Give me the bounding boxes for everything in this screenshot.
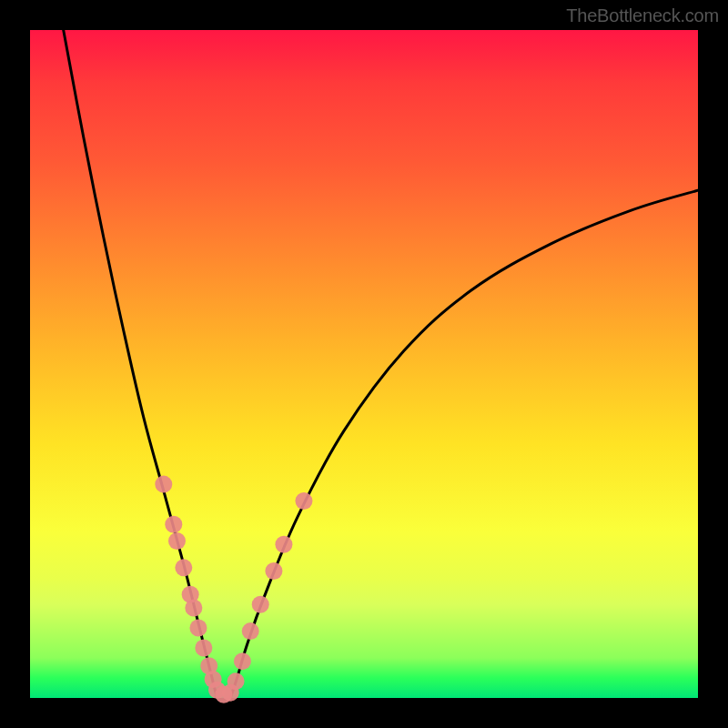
- data-marker: [234, 652, 251, 670]
- data-marker: [228, 672, 245, 690]
- curve-right-branch: [230, 190, 698, 698]
- data-marker: [165, 516, 182, 533]
- curve-layer: [64, 30, 698, 698]
- data-marker: [175, 559, 192, 576]
- data-marker: [185, 599, 202, 616]
- chart-frame: TheBottleneck.com: [0, 0, 728, 728]
- marker-layer: [155, 476, 312, 703]
- data-marker: [189, 619, 207, 636]
- data-marker: [265, 562, 282, 580]
- data-marker: [295, 492, 312, 510]
- data-marker: [275, 536, 292, 553]
- data-marker: [242, 622, 259, 640]
- plot-area: [30, 30, 698, 698]
- data-marker: [252, 596, 269, 613]
- data-marker: [168, 532, 186, 550]
- chart-svg: [30, 30, 698, 698]
- attribution-text: TheBottleneck.com: [566, 5, 719, 26]
- data-marker: [195, 639, 212, 656]
- data-marker: [155, 476, 172, 493]
